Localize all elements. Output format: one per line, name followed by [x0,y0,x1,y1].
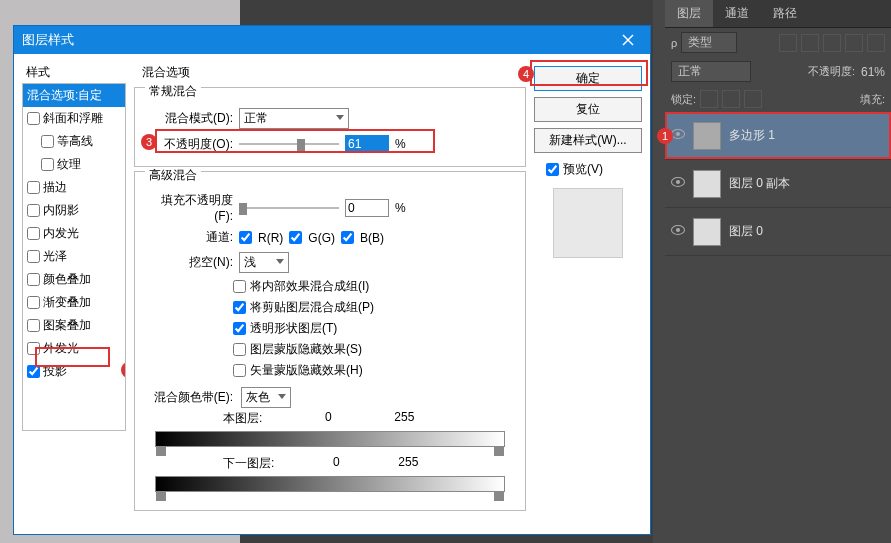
new-style-button[interactable]: 新建样式(W)... [534,128,642,153]
layer-item-copy[interactable]: 图层 0 副本 [665,160,891,208]
style-stroke[interactable]: 描边 [23,176,125,199]
filter-image-icon[interactable] [779,34,797,52]
lock-position-icon[interactable] [722,90,740,108]
styles-header: 样式 [22,62,126,83]
satin-checkbox[interactable] [27,250,40,263]
fill-opacity-label: 填充不透明度(F): [143,192,233,223]
layer-item-polygon[interactable]: 多边形 1 1 [665,112,891,160]
percent-label: % [395,201,406,215]
layer-thumbnail[interactable] [693,170,721,198]
knockout-select[interactable]: 浅 [239,252,289,273]
tab-paths[interactable]: 路径 [761,0,809,27]
pattern-overlay-checkbox[interactable] [27,319,40,332]
general-blend-group: 常规混合 混合模式(D): 正常 3 不透明度(O): % [134,87,526,167]
style-inner-glow[interactable]: 内发光 [23,222,125,245]
layer-thumbnail[interactable] [693,218,721,246]
layer-style-dialog: 图层样式 样式 混合选项:自定 斜面和浮雕 等高线 纹理 描边 内阴影 内发光 … [13,25,651,535]
color-overlay-checkbox[interactable] [27,273,40,286]
general-blend-legend: 常规混合 [145,83,201,100]
annotation-2: 2 [121,362,126,378]
layer-item-bg[interactable]: 图层 0 [665,208,891,256]
dialog-titlebar[interactable]: 图层样式 [14,26,650,54]
style-contour[interactable]: 等高线 [23,130,125,153]
channels-label: 通道: [143,229,233,246]
style-gradient-overlay[interactable]: 渐变叠加 [23,291,125,314]
close-icon[interactable] [614,26,642,54]
style-bevel[interactable]: 斜面和浮雕 [23,107,125,130]
filter-shape-icon[interactable] [845,34,863,52]
filter-smart-icon[interactable] [867,34,885,52]
layer-opacity-value[interactable]: 61% [861,65,885,79]
percent-label: % [395,137,406,151]
gradient-overlay-checkbox[interactable] [27,296,40,309]
preview-thumbnail [553,188,623,258]
preview-label: 预览(V) [563,161,603,178]
opt-inner-effects-checkbox[interactable] [233,280,246,293]
layers-panel: 图层 通道 路径 ρ 类型 正常 不透明度: 61% 锁定: 填充: 多边形 1… [665,0,891,256]
layer-thumbnail[interactable] [693,122,721,150]
ok-button[interactable]: 确定 [534,66,642,91]
style-satin[interactable]: 光泽 [23,245,125,268]
fill-opacity-input[interactable] [345,199,389,217]
annotation-1: 1 [657,128,673,144]
style-drop-shadow[interactable]: 投影 2 [23,360,125,383]
lock-all-icon[interactable] [744,90,762,108]
opt-clipped-layers-checkbox[interactable] [233,301,246,314]
channel-b-checkbox[interactable] [341,231,354,244]
inner-shadow-checkbox[interactable] [27,204,40,217]
filter-adjust-icon[interactable] [801,34,819,52]
lock-label: 锁定: [671,92,696,107]
layer-name: 多边形 1 [729,127,775,144]
style-texture[interactable]: 纹理 [23,153,125,176]
advanced-blend-group: 高级混合 填充不透明度(F): % 通道: R(R) G(G) B(B) [134,171,526,511]
style-inner-shadow[interactable]: 内阴影 [23,199,125,222]
advanced-blend-legend: 高级混合 [145,167,201,184]
blend-mode-label: 混合模式(D): [143,110,233,127]
drop-shadow-checkbox[interactable] [27,365,40,378]
opt-layer-mask-checkbox[interactable] [233,343,246,356]
inner-glow-checkbox[interactable] [27,227,40,240]
texture-checkbox[interactable] [41,158,54,171]
opacity-input[interactable] [345,135,389,153]
layer-name: 图层 0 副本 [729,175,790,192]
blend-header: 混合选项 [134,62,526,83]
under-layer-gradient[interactable] [155,476,505,492]
style-outer-glow[interactable]: 外发光 [23,337,125,360]
opt-vector-mask-checkbox[interactable] [233,364,246,377]
visibility-eye-icon[interactable] [671,129,685,143]
preview-checkbox[interactable] [546,163,559,176]
opacity-slider[interactable] [239,137,339,151]
stroke-checkbox[interactable] [27,181,40,194]
visibility-eye-icon[interactable] [671,177,685,191]
panel-tabs: 图层 通道 路径 [665,0,891,28]
annotation-4: 4 [518,66,534,82]
bevel-checkbox[interactable] [27,112,40,125]
channel-g-checkbox[interactable] [289,231,302,244]
channel-r-checkbox[interactable] [239,231,252,244]
layer-type-select[interactable]: 类型 [681,32,737,53]
style-blend-options[interactable]: 混合选项:自定 [23,84,125,107]
layer-blend-select[interactable]: 正常 [671,61,751,82]
blend-if-label: 混合颜色带(E): [143,389,233,406]
annotation-3: 3 [141,134,157,150]
this-layer-gradient[interactable] [155,431,505,447]
styles-list: 混合选项:自定 斜面和浮雕 等高线 纹理 描边 内阴影 内发光 光泽 颜色叠加 … [22,83,126,431]
layer-name: 图层 0 [729,223,763,240]
contour-checkbox[interactable] [41,135,54,148]
reset-button[interactable]: 复位 [534,97,642,122]
style-color-overlay[interactable]: 颜色叠加 [23,268,125,291]
layer-opacity-label: 不透明度: [808,64,855,79]
visibility-eye-icon[interactable] [671,225,685,239]
this-layer-label: 本图层: [223,410,262,427]
tab-channels[interactable]: 通道 [713,0,761,27]
fill-opacity-slider[interactable] [239,201,339,215]
style-pattern-overlay[interactable]: 图案叠加 [23,314,125,337]
blend-if-select[interactable]: 灰色 [241,387,291,408]
fill-label: 填充: [860,92,885,107]
opt-transparency-shapes-checkbox[interactable] [233,322,246,335]
blend-mode-select[interactable]: 正常 [239,108,349,129]
tab-layers[interactable]: 图层 [665,0,713,27]
lock-pixels-icon[interactable] [700,90,718,108]
filter-text-icon[interactable] [823,34,841,52]
outer-glow-checkbox[interactable] [27,342,40,355]
